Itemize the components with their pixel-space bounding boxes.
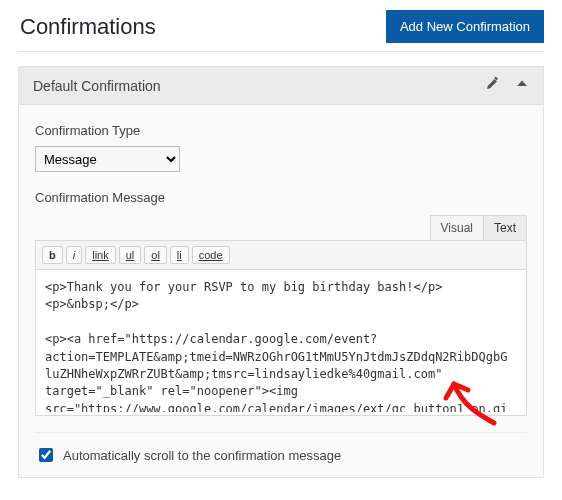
chevron-up-icon[interactable] <box>515 77 529 94</box>
toolbar-bold-button[interactable]: b <box>42 246 63 264</box>
editor-toolbar: b i link ul ol li code <box>35 240 527 270</box>
message-textarea[interactable] <box>36 270 526 412</box>
add-new-confirmation-button[interactable]: Add New Confirmation <box>386 10 544 43</box>
toolbar-code-button[interactable]: code <box>192 246 230 264</box>
confirmation-panel: Default Confirmation Confirmation Type M… <box>18 66 544 478</box>
page-title: Confirmations <box>20 14 156 40</box>
auto-scroll-label: Automatically scroll to the confirmation… <box>63 448 341 463</box>
toolbar-link-button[interactable]: link <box>85 246 116 264</box>
confirmation-message-label: Confirmation Message <box>35 190 527 205</box>
tab-text[interactable]: Text <box>483 215 527 240</box>
message-editor: Visual Text b i link ul ol li code <box>35 215 527 416</box>
panel-title: Default Confirmation <box>33 78 161 94</box>
confirmation-type-label: Confirmation Type <box>35 123 527 138</box>
toolbar-li-button[interactable]: li <box>170 246 189 264</box>
toolbar-italic-button[interactable]: i <box>66 246 82 264</box>
toolbar-ol-button[interactable]: ol <box>144 246 167 264</box>
confirmation-type-select[interactable]: Message <box>35 146 180 172</box>
edit-icon[interactable] <box>485 77 499 94</box>
auto-scroll-checkbox[interactable] <box>39 448 53 462</box>
toolbar-ul-button[interactable]: ul <box>119 246 142 264</box>
tab-visual[interactable]: Visual <box>430 215 484 240</box>
